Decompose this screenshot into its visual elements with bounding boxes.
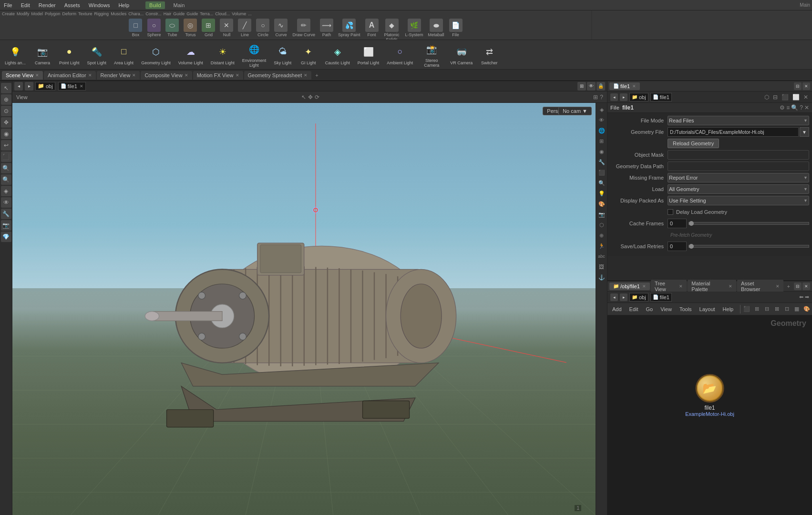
sidebar-zoom2[interactable]: 🔍: [1, 174, 11, 185]
toolbar-tab-terra[interactable]: Terra...: [200, 11, 213, 16]
light-spot[interactable]: 🔦 Spot Light: [84, 43, 110, 67]
nav-icon-2[interactable]: 👁: [587, 82, 596, 91]
nav-icon-3[interactable]: 🔒: [596, 82, 605, 91]
delay-load-checkbox[interactable]: [668, 209, 673, 215]
toolbar-tab-guide1[interactable]: Guide: [173, 11, 185, 16]
missing-frame-select[interactable]: Report Error ▼: [668, 173, 809, 182]
tool-font[interactable]: A Font: [363, 18, 380, 40]
light-environment[interactable]: 🌐 Environment Light: [239, 40, 269, 69]
light-vr-camera[interactable]: 🥽 VR Camera: [447, 43, 475, 67]
geo-toolbar-tools[interactable]: Tools: [677, 305, 695, 313]
vp-sidebar-magnify[interactable]: 🔍: [597, 178, 606, 188]
sidebar-box[interactable]: ⬛: [1, 151, 11, 162]
geo-icon-5[interactable]: ⊡: [782, 305, 791, 313]
vp-icon-move[interactable]: ✥: [308, 94, 313, 101]
vp-icon-grid[interactable]: ⊞: [593, 94, 598, 101]
geo-toolbar-add[interactable]: Add: [609, 305, 625, 313]
build-button[interactable]: Build: [145, 1, 164, 9]
geo-tab-material[interactable]: Material Palette ✕: [688, 280, 736, 293]
vp-sidebar-world[interactable]: 🌐: [597, 126, 606, 135]
file-node-search[interactable]: 🔍: [791, 104, 798, 111]
props-nav-back[interactable]: ◂: [610, 93, 618, 101]
vp-sidebar-abc[interactable]: abc: [597, 252, 606, 261]
vp-icon-transform[interactable]: ⟳: [315, 94, 319, 101]
toolbar-tab-create[interactable]: Create: [2, 11, 15, 16]
tool-sphere[interactable]: ○ Sphere: [145, 18, 163, 40]
props-obj-label[interactable]: obj: [639, 94, 646, 100]
toolbar-tab-deform[interactable]: Deform: [62, 11, 77, 16]
sidebar-zoom[interactable]: 🔍: [1, 163, 11, 173]
geo-node-file1[interactable]: 📂 file1 ExampleMotor-Hi.obj: [685, 374, 734, 417]
tool-null[interactable]: ✕ Null: [218, 18, 235, 40]
menu-windows[interactable]: Windows: [87, 1, 112, 9]
toolbar-tab-texture[interactable]: Texture: [78, 11, 93, 16]
nav-forward[interactable]: ▸: [25, 82, 33, 91]
reload-geometry-button[interactable]: Reload Geometry: [668, 139, 719, 148]
vp-sidebar-hex[interactable]: ⬡: [597, 220, 606, 230]
geo-header-icon-1[interactable]: ⬅: [799, 294, 803, 300]
geo-file-input[interactable]: [668, 127, 799, 137]
geo-icon-4[interactable]: ⊠: [772, 305, 781, 313]
toolbar-tab-constr[interactable]: Constr...: [145, 11, 162, 16]
geo-icon-3[interactable]: ⊟: [762, 305, 771, 313]
vp-sidebar-wrench2[interactable]: 🔧: [597, 157, 606, 167]
vp-sidebar-cam[interactable]: 📷: [597, 210, 606, 219]
tab-close-render[interactable]: ✕: [132, 73, 136, 78]
tab-scene-view[interactable]: Scene View ✕: [2, 71, 43, 80]
geo-file-tab[interactable]: 📄 file1: [650, 293, 672, 302]
light-sky[interactable]: 🌤 Sky Light: [271, 43, 295, 67]
geo-tab-collapse[interactable]: ✕: [802, 283, 810, 290]
vp-sidebar-black[interactable]: ⬛: [597, 168, 606, 177]
menu-file[interactable]: File: [2, 1, 14, 9]
tab-close-motion[interactable]: ✕: [236, 73, 239, 78]
geo-icon-2[interactable]: ⊞: [752, 305, 761, 313]
sidebar-wrench[interactable]: 🔧: [1, 209, 11, 219]
tool-file[interactable]: 📄 File: [447, 18, 464, 40]
tool-tube[interactable]: ⬭ Tube: [164, 18, 181, 40]
properties-tab-close[interactable]: ✕: [632, 84, 636, 89]
geo-toolbar-edit[interactable]: Edit: [627, 305, 641, 313]
sidebar-orbit[interactable]: ⊙: [1, 106, 11, 116]
menu-render[interactable]: Render: [37, 1, 58, 9]
tab-motion-fx[interactable]: Motion FX View ✕: [193, 71, 243, 80]
tab-close-scene[interactable]: ✕: [35, 73, 39, 78]
vp-sidebar-frame[interactable]: 🖼: [597, 262, 606, 272]
sidebar-undo[interactable]: ↩: [1, 140, 11, 151]
geo-data-path-input[interactable]: [668, 162, 809, 171]
light-camera[interactable]: 📷 Camera: [31, 43, 54, 67]
geo-tab-close-3[interactable]: ✕: [729, 284, 732, 289]
vp-icon-select[interactable]: ↖: [301, 94, 306, 101]
tab-close-animation[interactable]: ✕: [88, 73, 92, 78]
geo-node-icon[interactable]: 📂: [695, 374, 724, 403]
vp-sidebar-run[interactable]: 🏃: [597, 241, 606, 251]
geo-toolbar-go[interactable]: Go: [643, 305, 656, 313]
toolbar-tab-volume[interactable]: Volume: [232, 11, 246, 16]
geo-tab-obj-file1[interactable]: 📁 /obj/file1 ✕: [609, 283, 650, 290]
toolbar-tab-muscles[interactable]: Muscles: [111, 11, 126, 16]
sidebar-diamond[interactable]: 💎: [1, 232, 11, 242]
tab-render-view[interactable]: Render View ✕: [97, 71, 140, 80]
toolbar-tab-polygon[interactable]: Polygon: [45, 11, 61, 16]
tool-curve[interactable]: ∿ Curve: [272, 18, 289, 40]
geo-header-icon-2[interactable]: ➡: [805, 294, 809, 300]
geo-icon-1[interactable]: ⬛: [742, 305, 751, 313]
geo-obj-label[interactable]: obj: [639, 294, 646, 300]
menu-edit[interactable]: Edit: [19, 1, 32, 9]
props-file-tab[interactable]: 📄 file1: [650, 93, 672, 101]
toolbar-tab-more[interactable]: ...: [248, 11, 252, 16]
geo-nav-back[interactable]: ◂: [610, 293, 618, 301]
vp-sidebar-light[interactable]: 💡: [597, 189, 606, 198]
light-caustic[interactable]: ◈ Caustic Light: [322, 43, 353, 67]
tab-animation-editor[interactable]: Animation Editor ✕: [44, 71, 96, 80]
file-mode-select[interactable]: Read Files ▼: [668, 116, 809, 125]
load-select[interactable]: All Geometry ▼: [668, 184, 809, 194]
light-gi[interactable]: ✦ GI Light: [297, 43, 320, 67]
vp-sidebar-plus[interactable]: ⊕: [597, 231, 606, 240]
toolbar-tab-rigging[interactable]: Rigging: [94, 11, 109, 16]
viewport-nocam-button[interactable]: No cam ▼: [558, 107, 592, 115]
props-icon-2[interactable]: ⊟: [772, 93, 779, 101]
toolbar-tab-chara[interactable]: Chara...: [128, 11, 144, 16]
light-volume[interactable]: ☁ Volume Light: [175, 43, 206, 67]
tool-line[interactable]: ╱ Line: [236, 18, 253, 40]
toolbar-tab-cloud[interactable]: Cloud...: [215, 11, 230, 16]
